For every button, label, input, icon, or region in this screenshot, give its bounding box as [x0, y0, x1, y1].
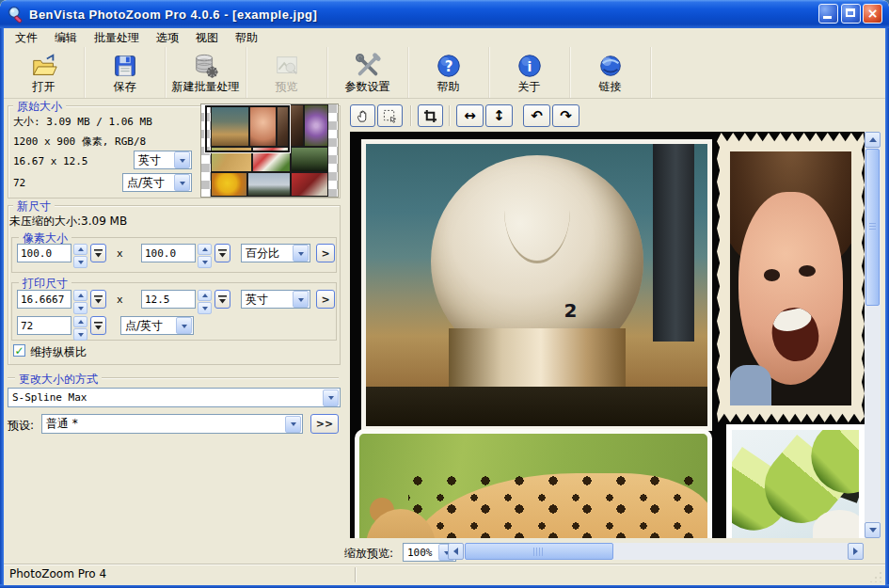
window-frame-left	[0, 28, 4, 588]
spin-up-icon[interactable]	[73, 244, 87, 255]
spin-down-icon[interactable]	[198, 302, 212, 314]
pan-tool-button[interactable]	[350, 104, 375, 127]
pixel-height-input[interactable]	[141, 244, 196, 262]
pixel-unit-select[interactable]: 百分比	[241, 244, 310, 262]
flip-horizontal-button[interactable]: ↔	[456, 104, 484, 127]
help-button[interactable]: ? 帮助	[408, 47, 489, 98]
about-button[interactable]: i 关于	[489, 47, 570, 98]
keep-aspect-checkbox[interactable]: ✓	[13, 344, 25, 357]
print-width-input[interactable]	[17, 290, 71, 309]
leopard-body	[408, 473, 712, 538]
tool-separator	[410, 105, 411, 126]
observatory-number: 2	[564, 299, 578, 322]
dropdown-bar-icon	[218, 295, 227, 304]
preview-viewport[interactable]: 2	[350, 132, 865, 538]
menu-options[interactable]: 选项	[148, 28, 187, 48]
app-icon	[7, 5, 25, 24]
spin-up-icon[interactable]	[198, 290, 212, 301]
zoom-preview-label: 缩放预览:	[344, 546, 393, 562]
new-size-title: 新尺寸	[13, 199, 55, 215]
minimize-icon	[823, 16, 832, 19]
scroll-right-button[interactable]	[848, 543, 864, 560]
print-more-button[interactable]: >	[316, 290, 335, 309]
dropdown-bar-icon	[94, 249, 103, 258]
scroll-down-button[interactable]	[865, 522, 881, 538]
flip-vertical-icon: ↕	[493, 109, 505, 123]
spin-up-icon[interactable]	[73, 290, 87, 301]
original-resolution-unit-select[interactable]: 点/英寸	[122, 173, 192, 192]
scroll-up-button[interactable]	[865, 132, 881, 148]
spin-down-icon[interactable]	[73, 328, 87, 341]
resize-method-select[interactable]: S-Spline Max	[8, 388, 341, 407]
menu-batch[interactable]: 批量处理	[86, 28, 148, 48]
pixel-width-spinner[interactable]	[73, 244, 87, 262]
link-button[interactable]: 链接	[570, 47, 651, 98]
pixel-height-preset-menu-button[interactable]	[214, 244, 230, 262]
print-resolution-preset-menu-button[interactable]	[90, 316, 106, 335]
menu-file[interactable]: 文件	[7, 28, 46, 48]
save-floppy-icon	[111, 52, 139, 80]
maximize-button[interactable]	[841, 4, 861, 24]
print-unit-select[interactable]: 英寸	[241, 290, 310, 309]
limes-napkin	[813, 510, 865, 538]
close-icon: ×	[864, 5, 881, 22]
save-button[interactable]: 保存	[85, 47, 166, 98]
print-width-spinner[interactable]	[73, 290, 87, 309]
crop-tool-button[interactable]	[418, 104, 443, 127]
settings-tools-icon	[354, 52, 382, 80]
status-bar: PhotoZoom Pro 4	[4, 564, 885, 585]
rotate-right-button[interactable]: ↷	[552, 104, 579, 127]
print-width-preset-menu-button[interactable]	[90, 290, 106, 309]
open-button[interactable]: 打开	[4, 47, 85, 98]
settings-button[interactable]: 参数设置	[327, 47, 408, 98]
close-button[interactable]: ×	[863, 4, 882, 24]
flip-horizontal-icon: ↔	[464, 109, 476, 123]
print-resolution-spinner[interactable]	[73, 316, 87, 335]
thumb-sunflower	[211, 172, 247, 197]
preview-image-icon	[273, 52, 301, 80]
spin-down-icon[interactable]	[73, 256, 87, 268]
menu-view[interactable]: 视图	[187, 28, 227, 48]
thumb-windmill	[247, 172, 291, 197]
navigator-view-rectangle[interactable]	[205, 105, 290, 152]
menu-edit[interactable]: 编辑	[46, 28, 86, 48]
photo-limes	[726, 424, 865, 538]
rotate-left-button[interactable]: ↶	[523, 104, 550, 127]
tool-separator	[449, 105, 450, 126]
chevron-down-icon	[869, 528, 877, 536]
woman-mouth	[767, 304, 823, 366]
pixel-more-button[interactable]: >	[316, 244, 335, 262]
horizontal-scrollbar-thumb[interactable]	[465, 543, 613, 560]
pixel-width-input[interactable]	[17, 244, 71, 262]
photo-observatory: 2	[361, 139, 712, 431]
print-height-preset-menu-button[interactable]	[214, 290, 230, 309]
marquee-select-tool-button[interactable]	[377, 104, 403, 127]
crop-icon	[423, 109, 437, 123]
title-bar[interactable]: BenVista PhotoZoom Pro 4.0.6 - [example.…	[0, 0, 889, 28]
print-height-spinner[interactable]	[198, 290, 212, 309]
print-height-input[interactable]	[141, 290, 196, 309]
woman-eye	[799, 265, 816, 277]
spin-down-icon[interactable]	[73, 302, 87, 314]
print-resolution-unit-select[interactable]: 点/英寸	[120, 316, 194, 335]
resize-grip[interactable]	[870, 570, 882, 582]
spin-down-icon[interactable]	[198, 256, 212, 268]
preset-more-button[interactable]: >>	[310, 414, 339, 434]
preset-select[interactable]: 普通 *	[41, 414, 303, 434]
pixel-width-preset-menu-button[interactable]	[90, 244, 106, 262]
vertical-scrollbar-thumb[interactable]	[865, 149, 880, 306]
spin-up-icon[interactable]	[198, 244, 212, 255]
minimize-button[interactable]	[818, 4, 838, 24]
dropdown-bar-icon	[94, 322, 103, 330]
flip-vertical-button[interactable]: ↕	[485, 104, 513, 127]
menu-help[interactable]: 帮助	[227, 28, 266, 48]
new-batch-button[interactable]: 新建批量处理	[166, 47, 246, 98]
original-unit-select[interactable]: 英寸	[134, 151, 192, 169]
uncompressed-size-label: 未压缩的大小:3.09 MB	[9, 214, 127, 230]
woman-teeth	[770, 307, 813, 335]
print-resolution-input[interactable]	[17, 316, 71, 335]
pixel-height-spinner[interactable]	[198, 244, 212, 262]
original-size-value: 大小: 3.09 MB / 1.06 MB	[13, 115, 152, 129]
spin-up-icon[interactable]	[73, 316, 87, 327]
scroll-left-button[interactable]	[448, 543, 464, 560]
